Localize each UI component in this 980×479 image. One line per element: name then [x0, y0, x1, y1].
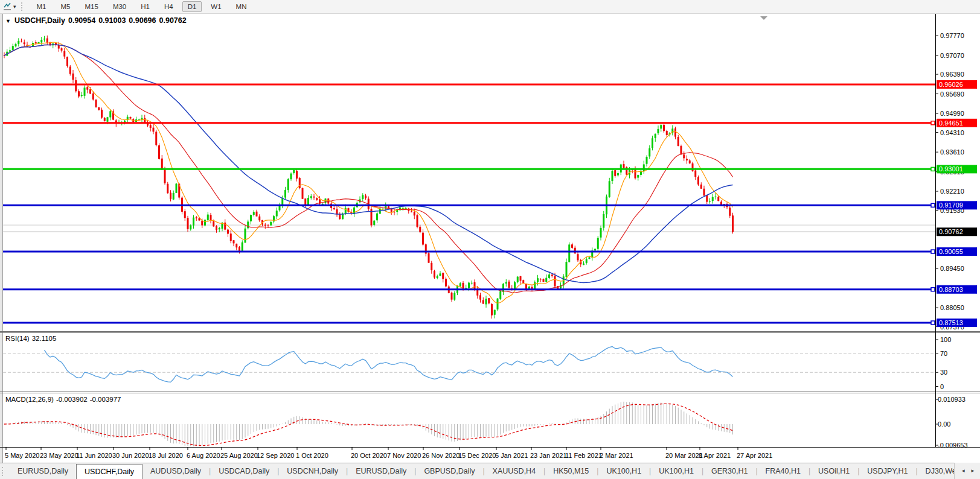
rsi-axis-tick: 30	[940, 369, 947, 376]
chart-tools-icon[interactable]	[2, 2, 13, 11]
price-line-handle[interactable]	[931, 250, 935, 253]
symbol-tab-audusddaily[interactable]: AUDUSD,Daily	[143, 463, 209, 479]
date-axis-label: 5 May 2020	[5, 452, 39, 459]
price-axis-tick: 0.94310	[940, 129, 964, 136]
price-axis-tick: 0.97070	[940, 52, 964, 59]
timeframe-buttons: M1M5M15M30H1H4D1W1MN	[30, 1, 254, 12]
price-line-handle[interactable]	[931, 288, 935, 291]
symbol-tab-eurusddaily[interactable]: EURUSD,Daily	[10, 463, 76, 479]
chart-title: ▼USDCHF,Daily0.909540.910030.906960.9076…	[5, 16, 190, 25]
timeframe-button-m15[interactable]: M15	[80, 1, 104, 12]
symbol-tab-hk50m15[interactable]: HK50,M15	[545, 463, 597, 479]
candle	[98, 107, 100, 110]
timeframe-button-h1[interactable]: H1	[135, 1, 155, 12]
timeframe-button-m1[interactable]: M1	[31, 1, 52, 12]
chart-canvas[interactable]: 0.977700.970700.963900.956900.949900.943…	[0, 0, 980, 463]
date-axis-label: 27 Apr 2021	[737, 452, 772, 459]
quote-open: 0.90954	[68, 16, 95, 25]
price-line-handle[interactable]	[931, 321, 935, 325]
candle	[522, 280, 524, 284]
candle	[95, 99, 97, 107]
price-axis-tick: 0.93610	[940, 148, 964, 156]
candle	[348, 208, 350, 212]
macd-indicator-label: MACD(12,26,9)-0.003902-0.003977	[5, 396, 123, 403]
price-axis-tick: 0.95690	[940, 90, 964, 98]
price-level-label-text: 0.87513	[939, 319, 963, 326]
price-level-label-text: 0.96026	[939, 81, 963, 88]
date-axis-label: 1 Oct 2020	[296, 452, 328, 459]
candle	[499, 290, 501, 300]
macd-signal-value: -0.003977	[90, 396, 121, 403]
candle	[299, 177, 301, 189]
price-axis-tick: 0.92210	[940, 188, 964, 195]
timeframe-button-m30[interactable]: M30	[107, 1, 132, 12]
timeframe-button-d1[interactable]: D1	[182, 1, 202, 12]
date-axis-label: 6 Aug 2020	[187, 452, 220, 459]
price-line-handle[interactable]	[931, 121, 935, 125]
tab-scroll-arrows: ◄ ►	[954, 463, 980, 479]
mt4-window: 0.977700.970700.963900.956900.949900.943…	[0, 0, 980, 479]
quote-close: 0.90762	[159, 16, 187, 25]
price-line-handle[interactable]	[931, 167, 935, 171]
rsi-name: RSI(14)	[5, 335, 30, 342]
rsi-axis-tick: 100	[940, 336, 951, 343]
date-axis-label: 11 Jun 2020	[76, 452, 112, 459]
window-left-edge	[0, 13, 2, 463]
price-level-label-text: 0.90055	[939, 248, 963, 255]
macd-main-value: -0.003902	[56, 396, 88, 403]
macd-axis-tick: -0.009653	[938, 442, 968, 449]
candle	[302, 188, 304, 199]
macd-axis-tick: 0.010933	[938, 396, 966, 403]
chart-tools-dropdown-icon[interactable]: ▾	[13, 4, 16, 10]
macd-name: MACD(12,26,9)	[5, 396, 54, 403]
symbol-tab-uk100h1[interactable]: UK100,H1	[651, 463, 702, 479]
collapse-icon[interactable]: ▼	[5, 18, 11, 24]
tab-scroll-right-icon[interactable]: ►	[968, 466, 978, 475]
timeframe-button-mn[interactable]: MN	[231, 1, 252, 12]
quote-low: 0.90696	[129, 16, 156, 25]
symbol-tab-usdcaddaily[interactable]: USDCAD,Daily	[211, 463, 277, 479]
date-axis-label: 8 Apr 2021	[699, 452, 731, 459]
date-axis-label: 25 Aug 2020	[220, 452, 258, 459]
candle	[434, 270, 435, 279]
date-axis-label: 26 Nov 2020	[422, 452, 460, 459]
symbol-tab-fra40h1[interactable]: FRA40,H1	[758, 463, 809, 479]
date-axis-label: 23 May 2020	[40, 452, 78, 459]
symbol-tab-eurusddaily[interactable]: EURUSD,Daily	[348, 463, 414, 479]
date-axis-label: 20 Oct 2020	[351, 452, 387, 459]
date-axis-label: 11 Feb 2021	[565, 452, 602, 459]
date-axis-label: 23 Jan 2021	[530, 452, 567, 459]
price-axis-tick: 0.89450	[940, 265, 964, 272]
candle	[517, 276, 519, 284]
symbol-tab-gbpusddaily[interactable]: GBPUSD,Daily	[416, 463, 482, 479]
date-axis-label: 7 Nov 2020	[387, 452, 421, 459]
price-line-handle[interactable]	[931, 203, 935, 207]
symbol-tab-uk100h1[interactable]: UK100,H1	[598, 463, 649, 479]
date-axis-label: 5 Jan 2021	[495, 452, 528, 459]
symbol-tab-usoilh1[interactable]: USOil,H1	[810, 463, 857, 479]
symbol-tab-usdchfdaily[interactable]: USDCHF,Daily	[76, 464, 143, 479]
tabbar-grip[interactable]	[2, 467, 6, 476]
candle	[155, 130, 157, 146]
chart-symbol-label: USDCHF,Daily	[14, 16, 65, 25]
toolbar-grip[interactable]	[21, 2, 25, 11]
symbol-tab-xauusdh4[interactable]: XAUUSD,H4	[485, 463, 544, 479]
toolbar: ▾ M1M5M15M30H1H4D1W1MN	[0, 0, 980, 14]
symbol-tab-usdjpyh1[interactable]: USDJPY,H1	[859, 463, 915, 479]
timeframe-button-m5[interactable]: M5	[56, 1, 76, 12]
date-axis-label: 18 Jul 2020	[149, 452, 183, 459]
timeframe-button-w1[interactable]: W1	[205, 1, 226, 12]
timeframe-button-h4[interactable]: H4	[159, 1, 179, 12]
candle	[428, 252, 430, 262]
rsi-axis-tick: 0	[940, 383, 944, 390]
price-level-label-text: 0.91709	[939, 201, 963, 209]
symbol-tab-bar: EURUSD,DailyUSDCHF,DailyAUDUSD,Daily|USD…	[0, 463, 980, 479]
tab-scroll-left-icon[interactable]: ◄	[958, 466, 968, 475]
symbol-tab-ger30h1[interactable]: GER30,H1	[703, 463, 755, 479]
candle	[204, 220, 206, 227]
price-level-label-text: 0.93001	[939, 165, 963, 173]
price-level-label-text: 0.94651	[939, 119, 963, 127]
candle	[66, 57, 68, 68]
symbol-tab-usdcnhdaily[interactable]: USDCNH,Daily	[279, 463, 346, 479]
date-axis-label: 15 Dec 2020	[458, 452, 496, 459]
